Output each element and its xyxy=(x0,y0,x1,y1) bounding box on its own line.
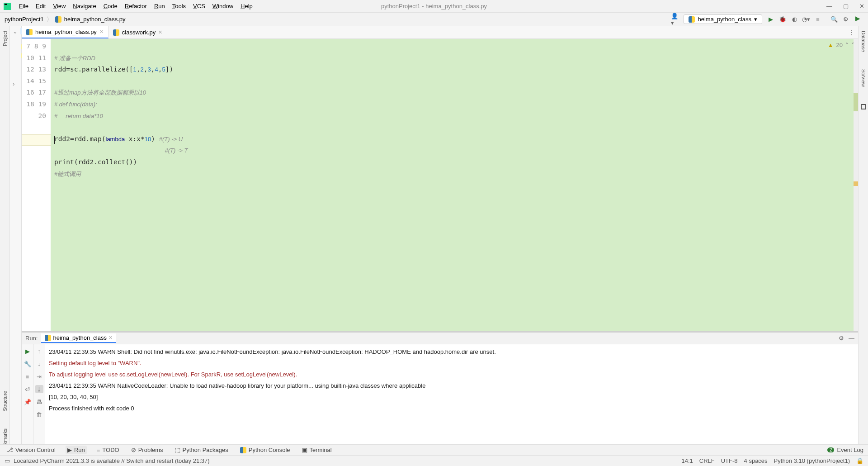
wrap-icon[interactable]: ⇥ xyxy=(35,372,43,380)
down-icon[interactable]: ↓ xyxy=(35,360,43,368)
rerun-icon[interactable]: ▶ xyxy=(24,347,32,355)
run-header: Run: heima_python_class ✕ ⚙ — xyxy=(22,333,858,344)
menu-code[interactable]: Code xyxy=(101,2,120,10)
python-packages-tab[interactable]: ⬚Python Packages xyxy=(173,446,230,454)
python-interpreter[interactable]: Python 3.10 (pythonProject1) xyxy=(774,457,850,464)
file-encoding[interactable]: UTF-8 xyxy=(721,457,738,464)
structure-tool-button[interactable]: Structure xyxy=(2,389,8,413)
run-label: Run: xyxy=(25,335,38,342)
run-tab-bottom[interactable]: ▶Run xyxy=(66,446,87,454)
profile-icon[interactable]: ◔▾ xyxy=(802,15,810,24)
menu-navigate[interactable]: Navigate xyxy=(70,2,99,10)
editor-tabs: heima_python_class.py✕classwork.py✕⋮ xyxy=(22,26,858,39)
code-editor[interactable]: 7 8 9 10 11 12 13 14 15 16 17 18 19 20 #… xyxy=(22,39,858,331)
indent-setting[interactable]: 4 spaces xyxy=(744,457,768,464)
run-tool-column-1: ▶ 🔧 ■ ⏎ 📌 xyxy=(22,344,33,444)
settings-icon[interactable]: ⚙ xyxy=(839,335,844,342)
main-area: ⌄ › heima_python_class.py✕classwork.py✕⋮… xyxy=(10,26,858,444)
menu-tools[interactable]: Tools xyxy=(170,2,189,10)
menu-view[interactable]: View xyxy=(50,2,68,10)
menu-edit[interactable]: Edit xyxy=(33,2,48,10)
close-icon[interactable]: ✕ xyxy=(99,29,104,35)
chevron-down-icon[interactable]: ˅ xyxy=(851,42,854,48)
menu-vcs[interactable]: VCS xyxy=(190,2,208,10)
lock-icon[interactable]: 🔒 xyxy=(856,457,863,464)
close-button[interactable]: ✕ xyxy=(859,3,864,10)
tools-icon[interactable]: 🔧 xyxy=(24,360,32,368)
goto-icon[interactable]: ⯈ xyxy=(854,15,862,24)
menu-run[interactable]: Run xyxy=(151,2,168,10)
caret-position[interactable]: 14:1 xyxy=(681,457,693,464)
menu-file[interactable]: File xyxy=(16,2,31,10)
titlebar: FileEditViewNavigateCodeRefactorRunTools… xyxy=(0,0,868,13)
status-tool-icon[interactable]: ▭ xyxy=(5,457,10,464)
console-line: Setting default log level to "WARN". xyxy=(49,357,854,369)
sciview-tool-button[interactable]: SciView xyxy=(861,67,866,89)
editor-scrollbar[interactable] xyxy=(854,39,858,331)
menu-help[interactable]: Help xyxy=(238,2,255,10)
exit-icon[interactable]: ⏎ xyxy=(24,385,32,393)
branch-icon: ⎇ xyxy=(6,447,13,453)
editor-tab[interactable]: classwork.py✕ xyxy=(108,26,167,38)
tab-label: classwork.py xyxy=(122,29,156,36)
breadcrumb-file[interactable]: heima_python_class.py xyxy=(64,16,126,23)
print-icon[interactable]: 🖶 xyxy=(35,398,43,406)
chevron-up-icon[interactable]: ˄ xyxy=(845,42,849,48)
python-file-icon xyxy=(113,29,119,36)
chevron-right-icon: › xyxy=(13,81,14,87)
todo-tab[interactable]: ≡TODO xyxy=(95,446,121,454)
stop-icon[interactable]: ■ xyxy=(814,15,822,24)
problems-icon: ⊘ xyxy=(131,447,136,453)
search-icon[interactable]: 🔍 xyxy=(830,15,838,24)
breadcrumb: pythonProject1 〉 heima_python_class.py xyxy=(5,15,126,24)
warning-icon: ▲ xyxy=(828,42,834,48)
run-icon[interactable]: ▶ xyxy=(767,15,775,24)
console-line: 23/04/11 22:39:35 WARN NativeCodeLoader:… xyxy=(49,380,854,391)
event-log-tab[interactable]: Event Log xyxy=(837,447,863,453)
console-output[interactable]: 23/04/11 22:39:35 WARN Shell: Did not fi… xyxy=(45,344,858,444)
stop-icon[interactable]: ■ xyxy=(24,372,32,380)
project-view-collapsed[interactable]: ⌄ › xyxy=(10,26,22,444)
python-file-icon xyxy=(45,335,51,341)
settings-icon[interactable]: ⚙ xyxy=(842,15,850,24)
line-separator[interactable]: CRLF xyxy=(699,457,715,464)
delete-icon[interactable]: 🗑 xyxy=(35,410,43,418)
minimize-icon[interactable]: — xyxy=(849,335,854,342)
bottom-toolbar: ⎇Version Control ▶Run ≡TODO ⊘Problems ⬚P… xyxy=(0,444,868,455)
run-icon: ▶ xyxy=(67,447,72,453)
close-icon[interactable]: ✕ xyxy=(158,29,162,35)
menu-window[interactable]: Window xyxy=(210,2,236,10)
inspection-indicators[interactable]: ▲ 20 ˄ ˅ xyxy=(828,42,854,48)
run-tab[interactable]: heima_python_class ✕ xyxy=(41,333,116,343)
tab-label: heima_python_class.py xyxy=(35,29,97,35)
version-control-tab[interactable]: ⎇Version Control xyxy=(5,446,57,454)
packages-icon: ⬚ xyxy=(175,447,180,453)
python-console-tab[interactable]: Python Console xyxy=(238,446,292,454)
coverage-icon[interactable]: ◐ xyxy=(790,15,798,24)
terminal-tab[interactable]: ▣Terminal xyxy=(300,446,334,454)
python-icon xyxy=(240,447,246,453)
menu-refactor[interactable]: Refactor xyxy=(122,2,150,10)
warning-count: 20 xyxy=(836,42,843,48)
problems-tab[interactable]: ⊘Problems xyxy=(129,446,165,454)
tabs-more-icon[interactable]: ⋮ xyxy=(845,26,858,38)
breadcrumb-project[interactable]: pythonProject1 xyxy=(5,16,44,23)
status-message[interactable]: Localized PyCharm 2021.3.3 is available … xyxy=(14,457,210,464)
status-bar: ▭ Localized PyCharm 2021.3.3 is availabl… xyxy=(0,455,868,466)
editor-tab[interactable]: heima_python_class.py✕ xyxy=(22,26,108,38)
close-icon[interactable]: ✕ xyxy=(108,335,113,341)
debug-icon[interactable]: 🐞 xyxy=(778,15,787,24)
up-icon[interactable]: ↑ xyxy=(35,347,43,355)
python-file-icon xyxy=(689,16,695,23)
add-user-icon[interactable]: 👤▾ xyxy=(671,15,679,24)
project-tool-button[interactable]: Project xyxy=(2,29,8,48)
scroll-to-end-icon[interactable]: ⤓ xyxy=(35,385,43,393)
navigation-bar: pythonProject1 〉 heima_python_class.py 👤… xyxy=(0,13,868,26)
maximize-button[interactable]: ▢ xyxy=(843,3,849,10)
run-config-selector[interactable]: heima_python_class ▾ xyxy=(684,14,762,24)
chevron-down-icon: ⌄ xyxy=(13,28,18,35)
pin-icon[interactable]: 📌 xyxy=(24,398,32,406)
database-tool-button[interactable]: Database xyxy=(861,29,866,54)
minimize-button[interactable]: — xyxy=(826,3,832,10)
code-content[interactable]: # 准备一个RDD rdd=sc.parallelize([1,2,3,4,5]… xyxy=(51,39,858,331)
